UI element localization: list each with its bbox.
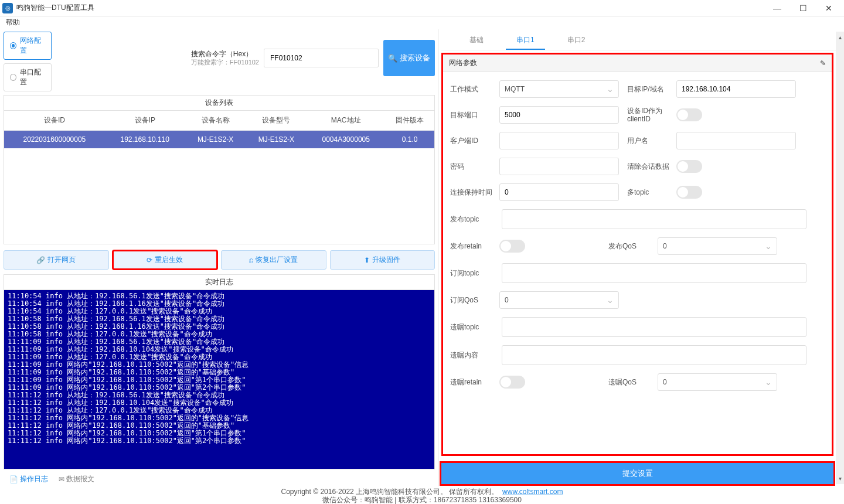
label: 升级固件 — [372, 255, 400, 265]
username-input[interactable] — [676, 132, 796, 149]
willqos-label: 遗嘱QoS — [608, 377, 652, 387]
tab-serial1[interactable]: 串口1 — [506, 32, 545, 50]
tab-basic[interactable]: 基础 — [459, 32, 494, 50]
cell: 2022031600000005 — [4, 131, 105, 149]
keepalive-input[interactable] — [499, 183, 619, 201]
target-port-input[interactable] — [499, 106, 619, 124]
open-web-button[interactable]: 🔗打开网页 — [4, 250, 109, 270]
col-device-ip: 设备IP — [105, 111, 185, 131]
radio-serial-config[interactable]: 串口配置 — [4, 63, 52, 91]
work-mode-label: 工作模式 — [450, 84, 494, 94]
label: 操作日志 — [20, 474, 48, 484]
multitopic-switch[interactable] — [676, 186, 702, 199]
clientid-label: 客户端ID — [450, 136, 494, 146]
submit-settings-button[interactable]: 提交设置 — [441, 463, 833, 484]
password-label: 密码 — [450, 162, 494, 172]
subtopic-label: 订阅topic — [450, 268, 494, 278]
search-input[interactable] — [264, 49, 379, 67]
menu-bar: 帮助 — [0, 16, 844, 29]
menu-help[interactable]: 帮助 — [6, 18, 20, 26]
col-device-model: 设备型号 — [246, 111, 307, 131]
value: 0 — [663, 242, 667, 250]
cell: MJ-E1S2-X — [246, 131, 307, 149]
device-table: 设备ID 设备IP 设备名称 设备型号 MAC地址 固件版本 202203160… — [4, 110, 435, 244]
pubretain-label: 发布retain — [450, 241, 494, 251]
footer-copyright: Copyright © 2016-2022 上海鸣驹智能科技有限公司。 保留所有… — [281, 488, 499, 496]
scroll-down-icon[interactable]: ▾ — [839, 475, 842, 482]
work-mode-select[interactable]: MQTT — [499, 80, 619, 98]
radio-network-config[interactable]: 网络配置 — [4, 32, 52, 60]
willretain-switch[interactable] — [499, 376, 525, 389]
cell: 0.1.0 — [385, 131, 434, 149]
maximize-button[interactable]: ☐ — [790, 0, 816, 16]
panel-header: 网络参数 ✎ — [443, 55, 832, 72]
scroll-up-icon[interactable]: ▴ — [839, 34, 842, 40]
subqos-select[interactable]: 0 — [499, 291, 619, 309]
col-device-fw: 固件版本 — [385, 111, 434, 131]
mail-icon: ✉ — [59, 475, 64, 483]
factory-icon: ⎌ — [249, 256, 253, 264]
col-device-name: 设备名称 — [185, 111, 246, 131]
log-icon: 📄 — [9, 475, 18, 483]
tab-ops-log[interactable]: 📄操作日志 — [9, 474, 48, 484]
log-header: 实时日志 — [4, 274, 435, 290]
cell: MJ-E1S2-X — [185, 131, 246, 149]
label: 重启生效 — [155, 255, 183, 265]
edit-icon[interactable]: ✎ — [820, 59, 826, 67]
upgrade-button[interactable]: ⬆升级固件 — [330, 250, 435, 270]
willtopic-input[interactable] — [502, 317, 806, 337]
target-port-label: 目标端口 — [450, 110, 494, 120]
multitopic-label: 多topic — [627, 188, 671, 197]
pubretain-switch[interactable] — [499, 240, 525, 253]
search-device-button[interactable]: 🔍 搜索设备 — [383, 40, 435, 76]
value: 0 — [663, 378, 667, 386]
pubqos-label: 发布QoS — [608, 241, 652, 251]
log-box: 11:10:54 info 从地址：192.168.56.1发送"搜索设备"命令… — [4, 290, 435, 469]
willtopic-label: 遗嘱topic — [450, 322, 494, 332]
target-ip-input[interactable] — [676, 80, 796, 98]
footer-contact: 微信公众号：鸣驹智能 | 联系方式：18672371835 1316336950… — [0, 496, 844, 504]
search-label-block: 搜索命令字（Hex） 万能搜索字：FF010102 — [191, 50, 259, 66]
col-device-id: 设备ID — [4, 111, 105, 131]
app-logo-icon: ◎ — [2, 3, 13, 13]
willqos-select[interactable]: 0 — [658, 373, 777, 391]
upgrade-icon: ⬆ — [364, 256, 370, 264]
tab-serial2[interactable]: 串口2 — [557, 32, 596, 50]
target-ip-label: 目标IP/域名 — [627, 84, 671, 94]
minimize-button[interactable]: — — [764, 0, 790, 16]
restart-button[interactable]: ⟳重启生效 — [113, 250, 218, 270]
window-title: 鸣驹智能—DTU配置工具 — [16, 3, 764, 13]
willretain-label: 遗嘱retain — [450, 377, 494, 387]
password-input[interactable] — [499, 158, 619, 175]
devid-clientid-switch[interactable] — [676, 108, 702, 121]
link-icon: 🔗 — [36, 256, 45, 264]
clear-session-switch[interactable] — [676, 160, 702, 173]
close-button[interactable]: ✕ — [816, 0, 842, 16]
value: 0 — [505, 296, 509, 304]
cell: 192.168.10.110 — [105, 131, 185, 149]
pubtopic-label: 发布topic — [450, 214, 494, 224]
factory-reset-button[interactable]: ⎌恢复出厂设置 — [221, 250, 326, 270]
willcontent-input[interactable] — [502, 345, 806, 365]
col-device-mac: MAC地址 — [307, 111, 385, 131]
subtopic-input[interactable] — [502, 263, 806, 283]
footer-link[interactable]: www.coltsmart.com — [502, 488, 563, 496]
cell: 0004A3000005 — [307, 131, 385, 149]
radio-serial-label: 串口配置 — [20, 67, 45, 87]
footer: Copyright © 2016-2022 上海鸣驹智能科技有限公司。 保留所有… — [0, 486, 844, 504]
clear-session-label: 清除会话数据 — [627, 162, 671, 172]
label: 恢复出厂设置 — [256, 255, 298, 265]
pubtopic-input[interactable] — [502, 209, 806, 229]
search-sublabel: 万能搜索字：FF010102 — [191, 58, 259, 66]
scrollbar[interactable]: ▴ ▾ — [836, 32, 844, 484]
radio-dot-icon — [10, 74, 16, 81]
username-label: 用户名 — [627, 136, 671, 146]
willcontent-label: 遗嘱内容 — [450, 350, 494, 360]
pubqos-select[interactable]: 0 — [658, 237, 777, 255]
search-btn-label: 搜索设备 — [400, 53, 430, 63]
radio-network-label: 网络配置 — [20, 36, 45, 56]
titlebar: ◎ 鸣驹智能—DTU配置工具 — ☐ ✕ — [0, 0, 844, 16]
table-row[interactable]: 2022031600000005 192.168.10.110 MJ-E1S2-… — [4, 131, 434, 149]
clientid-input[interactable] — [499, 132, 619, 149]
tab-raw-log[interactable]: ✉数据报文 — [59, 474, 94, 484]
